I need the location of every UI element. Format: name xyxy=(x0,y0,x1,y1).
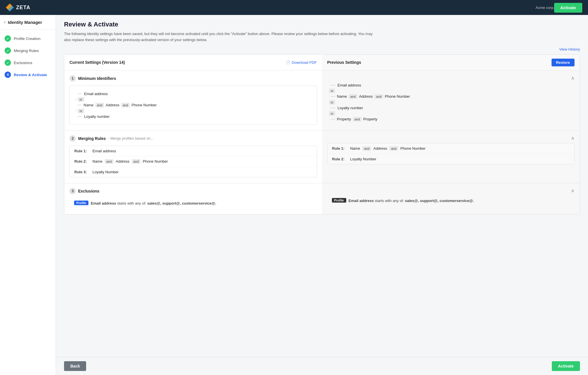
exclusions-title: Exclusions xyxy=(78,189,99,193)
sidebar-label-review-activate: Review & Activate xyxy=(14,73,47,77)
rule2-address: Address xyxy=(116,159,129,164)
exclusions-current-text: Email address starts with any of: sales@… xyxy=(91,201,216,206)
check-icon-3: ✓ xyxy=(5,59,11,66)
current-col-header: Current Settings (Version 14) 📄 Download… xyxy=(64,55,322,71)
rule1-content-current: Email address xyxy=(92,149,116,153)
sidebar-back-icon[interactable]: ‹ xyxy=(4,20,5,25)
and-badge-rule2-1: and xyxy=(105,159,113,164)
sidebar-label-merging-rules: Merging Rules xyxy=(14,49,39,53)
sidebar-item-exclusions[interactable]: ✓ Exclusions xyxy=(0,57,56,69)
section-num-3: 3 xyxy=(69,188,76,194)
nav-left: ZETA xyxy=(6,3,30,11)
collapse-icon-2[interactable]: ∧ xyxy=(571,135,575,141)
rule2-name: Name xyxy=(92,159,102,164)
activate-button-top[interactable]: Activate xyxy=(554,3,582,13)
min-identifiers-title: Minimum Identifiers xyxy=(78,76,116,81)
company-name: Acme corp. xyxy=(535,5,554,10)
download-pdf-label: Download PDF xyxy=(292,60,317,65)
collapse-icon-3[interactable]: ∧ xyxy=(571,188,575,193)
rule3-content-current: Loyalty Number xyxy=(92,170,119,174)
merging-rules-current: 2 Merging Rules - Merge profiles based o… xyxy=(64,131,322,183)
exclusions-prev-text: Email address starts with any of: sales@… xyxy=(349,198,474,204)
id-loyalty-current: Loyalty number xyxy=(84,114,110,119)
and-badge-prev-2: and xyxy=(389,146,398,151)
id-phone-prev: Phone Number xyxy=(385,94,410,99)
zeta-brand-text: ZETA xyxy=(16,5,30,11)
previous-col-title: Previous Settings xyxy=(327,60,361,65)
zeta-logo: ZETA xyxy=(6,3,30,11)
footer: Back Activate xyxy=(56,357,588,375)
download-pdf-link[interactable]: 📄 Download PDF xyxy=(286,60,317,65)
exclusions-current: 3 Exclusions Profile Email address start… xyxy=(64,183,322,214)
rule-row-2-current: Rule 2: Name and Address and Phone Numbe… xyxy=(70,156,317,167)
or-badge-2: or xyxy=(78,109,84,113)
current-rules-box: Rule 1: Email address Rule 2: Name and A… xyxy=(69,146,317,177)
id-property2-prev: Property xyxy=(363,117,377,121)
num-badge-4: 4 xyxy=(5,72,11,78)
sidebar-title: Identity Manager xyxy=(8,20,42,25)
activate-button-footer[interactable]: Activate xyxy=(552,361,580,371)
or-badge-3: or xyxy=(329,89,335,93)
id-address-current: Address xyxy=(106,103,119,107)
current-col-title: Current Settings (Version 14) xyxy=(69,60,125,65)
rule-row-1-prev: Rule 1: Name and Address and Phone Numbe… xyxy=(328,143,575,154)
id-address-prev: Address xyxy=(359,94,373,99)
id-email-prev: Email address xyxy=(338,83,361,87)
collapse-icon-1[interactable]: ∧ xyxy=(571,75,575,81)
previous-rules-box: Rule 1: Name and Address and Phone Numbe… xyxy=(327,143,575,164)
and-badge-prev-1: and xyxy=(362,146,371,151)
view-history-link[interactable]: View History xyxy=(64,47,580,51)
sidebar-item-profile-creation[interactable]: ✓ Profile Creation xyxy=(0,32,56,45)
id-phone-current: Phone Number xyxy=(131,103,156,107)
merging-rules-subtitle: - Merge profiles based on... xyxy=(108,136,153,141)
excl-mid-2: starts with any of: xyxy=(375,199,405,203)
back-button[interactable]: Back xyxy=(64,361,86,371)
exclusions-current-row: Profile Email address starts with any of… xyxy=(69,198,317,209)
id-loyalty-prev: Loyalty number xyxy=(338,106,363,110)
page-title: Review & Activate xyxy=(64,21,580,28)
rule-row-2-prev: Rule 2: Loyalty Number xyxy=(328,154,575,164)
prev-rule1-name: Name xyxy=(350,146,360,151)
sidebar-label-profile-creation: Profile Creation xyxy=(14,36,40,41)
section-num-1: 1 xyxy=(69,75,76,82)
prev-rule1-address: Address xyxy=(374,146,387,151)
restore-button[interactable]: Restore xyxy=(552,59,575,66)
sidebar-item-review-activate[interactable]: 4 Review & Activate xyxy=(0,69,56,81)
and-badge-5: and xyxy=(353,117,361,122)
settings-grid: Current Settings (Version 14) 📄 Download… xyxy=(64,54,580,215)
check-icon-2: ✓ xyxy=(5,47,11,54)
prev-rule1-phone: Phone Number xyxy=(401,146,425,151)
id-email-current: Email address xyxy=(84,92,108,96)
exclusions-previous-row: Profile Email address starts with any of… xyxy=(327,196,575,206)
previous-col-header: Previous Settings Restore xyxy=(322,55,580,71)
rule2-phone: Phone Number xyxy=(143,159,168,164)
rule1-label-current: Rule 1: xyxy=(74,149,90,153)
sidebar-label-exclusions: Exclusions xyxy=(14,61,32,65)
sidebar: ‹ Identity Manager ✓ Profile Creation ✓ … xyxy=(0,15,56,375)
sidebar-item-merging-rules[interactable]: ✓ Merging Rules xyxy=(0,45,56,57)
merging-rules-previous: ∧ Rule 1: Name and Address and Phone Num… xyxy=(322,131,580,183)
page-description: The following identity settings have bee… xyxy=(64,31,380,43)
and-badge-3: and xyxy=(349,94,357,99)
excl-values-1: sales@, support@, customerservice@. xyxy=(147,201,216,205)
or-badge-4: or xyxy=(329,100,335,105)
rule1-label-prev: Rule 1: xyxy=(332,146,348,151)
check-icon-1: ✓ xyxy=(5,35,11,42)
id-name-prev: Name xyxy=(337,94,347,99)
exclusions-heading: 3 Exclusions xyxy=(69,188,317,194)
min-identifiers-previous: ∧ Email address or Name xyxy=(322,71,580,131)
rule-row-1-current: Rule 1: Email address xyxy=(70,146,317,156)
min-identifiers-current: 1 Minimum Identifiers Email address or xyxy=(64,71,322,131)
rule2-label-current: Rule 2: xyxy=(74,159,90,164)
or-badge-1: or xyxy=(78,97,84,102)
profile-badge-prev: Profile xyxy=(332,198,346,203)
excl-bold-1: Email address xyxy=(91,201,117,205)
and-badge-1: and xyxy=(95,103,104,107)
main-content: Review & Activate The following identity… xyxy=(56,15,588,375)
current-identifiers-box: Email address or Name and Address and xyxy=(69,86,317,125)
id-property1-prev: Property xyxy=(337,117,351,121)
excl-mid-1: starts with any of: xyxy=(117,201,147,205)
and-badge-4: and xyxy=(374,94,383,99)
merging-rules-title: Merging Rules xyxy=(78,136,106,141)
zeta-diamond-icon xyxy=(6,3,14,11)
